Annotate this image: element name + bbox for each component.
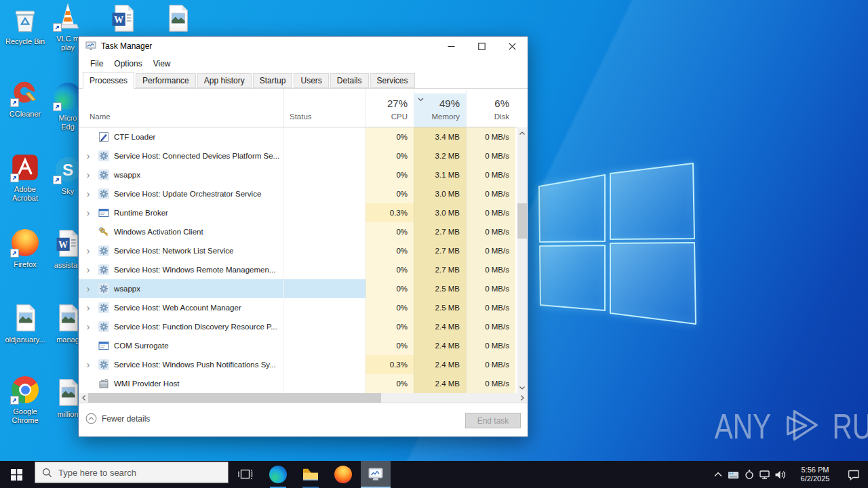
column-header-disk[interactable]: 6% Disk [466, 89, 515, 127]
menu-view[interactable]: View [148, 58, 176, 70]
wmi-icon [98, 378, 109, 389]
process-disk: 0 MB/s [466, 279, 515, 298]
desktop-icon-label: Sky [62, 187, 74, 196]
expand-chevron-icon[interactable]: › [83, 355, 94, 374]
desktop-icon-google[interactable]: Google Chrome [1, 374, 50, 425]
expand-chevron-icon[interactable]: › [83, 279, 94, 298]
network-icon[interactable] [757, 461, 772, 488]
column-header-status[interactable]: Status [283, 89, 366, 127]
tab-users[interactable]: Users [294, 73, 328, 88]
shortcut-arrow-icon [53, 23, 62, 32]
column-header-cpu[interactable]: 27% CPU [366, 89, 414, 127]
title-bar[interactable]: Task Manager [79, 37, 528, 56]
process-row[interactable]: CTF Loader0%3.4 MB0 MB/s [79, 127, 517, 146]
chrome-icon [9, 374, 41, 405]
process-status [283, 203, 366, 222]
process-status [283, 222, 366, 241]
edge-taskbar-button[interactable] [263, 461, 293, 488]
process-name-cell: ›Service Host: Function Discovery Resour… [79, 317, 283, 336]
expand-chevron-icon[interactable]: › [83, 241, 94, 260]
start-button[interactable] [0, 461, 33, 488]
desktop-icon-label: VLC m play [56, 35, 79, 52]
action-center-icon[interactable] [842, 461, 865, 488]
scroll-right-arrow-icon[interactable] [517, 393, 527, 403]
desktop-icon-ccleaner[interactable]: CCleaner [1, 77, 50, 119]
scroll-down-arrow-icon[interactable] [517, 382, 527, 393]
tab-processes[interactable]: Processes [83, 72, 134, 89]
vertical-scrollbar[interactable] [517, 127, 527, 393]
process-row[interactable]: ›Service Host: Update Orchestrator Servi… [79, 184, 517, 203]
process-row[interactable]: ›Service Host: Windows Remote Managemen.… [79, 260, 517, 279]
menu-file[interactable]: File [85, 58, 108, 70]
horizontal-scrollbar[interactable] [79, 393, 527, 403]
process-cpu: 0% [366, 336, 414, 355]
process-cpu: 0.3% [366, 203, 414, 222]
expand-chevron-icon[interactable]: › [83, 260, 94, 279]
process-name-cell: CTF Loader [79, 127, 283, 146]
gear-icon [98, 302, 109, 313]
process-disk: 0 MB/s [466, 317, 515, 336]
column-header-memory[interactable]: 49% Memory [414, 89, 466, 127]
process-name: Service Host: Update Orchestrator Servic… [114, 190, 261, 198]
shortcut-arrow-icon [10, 174, 19, 182]
process-row[interactable]: Windows Activation Client0%2.7 MB0 MB/s [79, 222, 517, 241]
volume-icon[interactable] [772, 461, 788, 488]
minimize-button[interactable] [436, 37, 467, 56]
process-cpu: 0% [366, 317, 414, 336]
desktop-icon-word-doc[interactable]: W [99, 3, 148, 34]
process-row[interactable]: WMI Provider Host0%2.4 MB0 MB/s [79, 374, 517, 393]
desktop-icon-firefox[interactable]: Firefox [1, 227, 50, 269]
end-task-button[interactable]: End task [465, 413, 521, 428]
process-row[interactable]: COM Surrogate0%2.4 MB0 MB/s [79, 336, 517, 355]
maximize-button[interactable] [467, 37, 497, 56]
firefox-taskbar-button[interactable] [328, 461, 358, 488]
tab-services[interactable]: Services [370, 73, 415, 88]
horizontal-scroll-thumb[interactable] [88, 393, 381, 403]
tab-details[interactable]: Details [330, 73, 369, 88]
desktop-icon-image-file[interactable] [153, 3, 202, 34]
desktop-icon-recycle-bin[interactable]: Recycle Bin [1, 4, 50, 46]
file-explorer-taskbar-button[interactable] [296, 461, 326, 488]
process-row[interactable]: ›Service Host: Network List Service0%2.7… [79, 241, 517, 260]
expand-chevron-icon[interactable]: › [83, 203, 94, 222]
tab-startup[interactable]: Startup [253, 73, 293, 88]
close-button[interactable] [497, 37, 528, 56]
scroll-up-arrow-icon[interactable] [517, 127, 527, 138]
tab-performance[interactable]: Performance [136, 73, 196, 88]
process-row[interactable]: ›wsappx0%3.1 MB0 MB/s [79, 165, 517, 184]
process-row[interactable]: ›Service Host: Function Discovery Resour… [79, 317, 517, 336]
desktop-icon-oldjanuary[interactable]: oldjanuary... [1, 302, 50, 344]
hidden-icons-chevron-icon[interactable] [710, 461, 726, 488]
expand-chevron-icon[interactable]: › [83, 146, 94, 165]
touch-keyboard-icon[interactable] [726, 461, 741, 488]
desktop-icon-label: Recycle Bin [5, 37, 45, 46]
desktop-icon-adobe[interactable]: Adobe Acrobat [1, 152, 50, 203]
search-input[interactable] [58, 468, 208, 478]
process-memory: 2.7 MB [414, 260, 466, 279]
vertical-scroll-thumb[interactable] [517, 203, 527, 239]
process-row[interactable]: ›Service Host: Web Account Manager0%2.5 … [79, 298, 517, 317]
column-header-name[interactable]: Name [79, 89, 283, 127]
sync-status-icon[interactable] [741, 461, 757, 488]
scroll-left-arrow-icon[interactable] [79, 393, 88, 403]
process-row[interactable]: ›wsappx0%2.5 MB0 MB/s [79, 279, 517, 298]
expand-chevron-icon[interactable]: › [83, 298, 94, 317]
menu-options[interactable]: Options [108, 58, 147, 70]
process-row[interactable]: ›Service Host: Windows Push Notification… [79, 355, 517, 374]
taskbar-search[interactable] [35, 462, 229, 483]
fewer-details-toggle[interactable]: Fewer details [85, 413, 150, 424]
process-disk: 0 MB/s [466, 146, 515, 165]
expand-chevron-icon[interactable]: › [83, 317, 94, 336]
taskbar-clock[interactable]: 5:56 PM 6/2/2025 [793, 466, 837, 483]
process-name: CTF Loader [114, 133, 155, 141]
process-row[interactable]: ›Service Host: Connected Devices Platfor… [79, 146, 517, 165]
expand-chevron-icon[interactable]: › [83, 165, 94, 184]
expand-chevron-icon[interactable]: › [83, 184, 94, 203]
task-view-button[interactable] [231, 461, 260, 488]
tab-app-history[interactable]: App history [197, 73, 252, 88]
watermark-text-any: ANY [715, 409, 771, 444]
process-row[interactable]: ›Runtime Broker0.3%3.0 MB0 MB/s [79, 203, 517, 222]
disk-column-label: Disk [494, 113, 509, 121]
task-manager-app-icon [85, 41, 96, 52]
task-manager-taskbar-button[interactable] [361, 461, 391, 488]
